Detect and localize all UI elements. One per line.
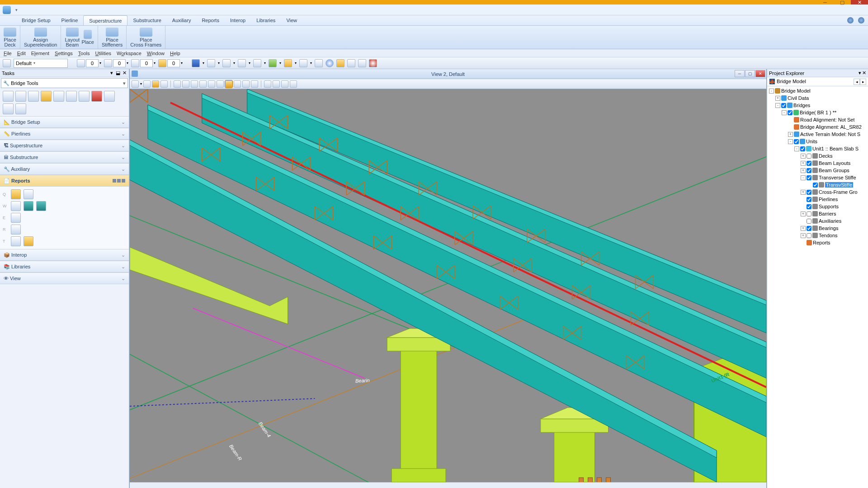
toolbar-none-icon[interactable] bbox=[3, 59, 11, 67]
vt-3[interactable] bbox=[152, 80, 159, 88]
tree-item[interactable]: -Bridge Model bbox=[767, 87, 868, 94]
vt-8[interactable] bbox=[234, 80, 241, 88]
report-tool-t2[interactable] bbox=[24, 236, 33, 246]
section-view[interactable]: 👁 View⌄ bbox=[0, 272, 129, 284]
tree-item[interactable]: -Units bbox=[767, 138, 868, 145]
vt-walk[interactable] bbox=[225, 80, 232, 88]
explorer-dropdown-icon[interactable]: ▾ bbox=[859, 70, 861, 76]
tree-item[interactable]: -Bridges bbox=[767, 102, 868, 109]
tree-item[interactable]: -Bridge( BR 1 ) ** bbox=[767, 109, 868, 116]
report-tool-q1[interactable] bbox=[11, 189, 21, 199]
vt-zoomin[interactable] bbox=[182, 80, 189, 88]
section-reports[interactable]: 📄 Reports bbox=[0, 175, 129, 187]
ribbon-place-deck[interactable]: PlaceDeck bbox=[0, 26, 20, 49]
tool-4[interactable] bbox=[41, 91, 52, 102]
tree-item[interactable]: Pierlines bbox=[767, 196, 868, 203]
tree-item[interactable]: +Tendons bbox=[767, 232, 868, 239]
menu-settings[interactable]: Settings bbox=[55, 51, 73, 56]
window-minimize-button[interactable]: ─ bbox=[816, 0, 834, 5]
section-auxiliary[interactable]: 🔧 Auxiliary⌄ bbox=[0, 163, 129, 175]
vt-window[interactable] bbox=[199, 80, 207, 88]
ribbon-layout-beam[interactable]: LayoutBeam Place bbox=[61, 26, 98, 49]
tree-item[interactable]: +Barriers bbox=[767, 210, 868, 217]
vt-13[interactable] bbox=[281, 80, 288, 88]
report-tool-q2[interactable] bbox=[24, 189, 33, 199]
tree-item[interactable]: +Beam Layouts bbox=[767, 160, 868, 167]
vt-pan[interactable] bbox=[217, 80, 224, 88]
explorer-nav-right[interactable]: ▸ bbox=[860, 79, 866, 85]
report-tool-w1[interactable] bbox=[11, 201, 21, 211]
vt-14[interactable] bbox=[290, 80, 297, 88]
tool-7[interactable] bbox=[79, 91, 90, 102]
vt-rotate[interactable] bbox=[208, 80, 215, 88]
report-tool-r1[interactable] bbox=[11, 225, 21, 235]
report-tool-e1[interactable] bbox=[11, 213, 21, 223]
tool-8[interactable] bbox=[91, 91, 102, 102]
window-maximize-button[interactable]: ▢ bbox=[834, 0, 851, 5]
section-substructure[interactable]: 🏛 Substructure⌄ bbox=[0, 151, 129, 163]
view-minimize-button[interactable]: ─ bbox=[735, 70, 745, 77]
window-close-button[interactable]: ✕ bbox=[851, 0, 868, 5]
vt-11[interactable] bbox=[264, 80, 271, 88]
menu-file[interactable]: File bbox=[4, 51, 12, 56]
section-interop[interactable]: 📦 Interop⌄ bbox=[0, 249, 129, 261]
toolbar-info-icon[interactable] bbox=[326, 59, 334, 67]
ribbon-assign-superelevation[interactable]: AssignSuperelevation bbox=[20, 26, 61, 49]
tab-substructure[interactable]: Substructure bbox=[127, 15, 166, 25]
menu-help[interactable]: Help bbox=[170, 51, 180, 56]
toolbar-cancel-icon[interactable] bbox=[369, 59, 377, 67]
tab-bridge-setup[interactable]: Bridge Setup bbox=[16, 15, 56, 25]
tree-item[interactable]: TransvStiffe bbox=[767, 181, 868, 188]
tool-6[interactable] bbox=[66, 91, 77, 102]
toolbar-icon-i[interactable] bbox=[315, 59, 323, 67]
view-close-button[interactable]: ✕ bbox=[755, 70, 765, 77]
explorer-close-icon[interactable]: ✕ bbox=[862, 70, 866, 76]
app-icon[interactable] bbox=[3, 6, 11, 14]
toolbar-level-combo[interactable]: Default bbox=[14, 59, 68, 68]
vt-2[interactable] bbox=[143, 80, 151, 88]
help-icon[interactable] bbox=[858, 17, 864, 23]
section-libraries[interactable]: 📚 Libraries⌄ bbox=[0, 261, 129, 272]
vt-display[interactable] bbox=[132, 80, 139, 88]
vt-10[interactable] bbox=[251, 80, 258, 88]
tasks-toolbox-combo[interactable]: 🔧 Bridge Tools bbox=[1, 78, 128, 88]
toolbar-icon-g[interactable] bbox=[284, 59, 292, 67]
tab-interop[interactable]: Interop bbox=[225, 15, 251, 25]
menu-edit[interactable]: Edit bbox=[17, 51, 26, 56]
ribbon-place-cross-frames[interactable]: PlaceCross Frames bbox=[127, 26, 165, 49]
viewport-scrollbar-h[interactable] bbox=[130, 482, 766, 488]
section-superstructure[interactable]: 🏗 Superstructure⌄ bbox=[0, 140, 129, 151]
menu-window[interactable]: Window bbox=[147, 51, 165, 56]
view-maximize-button[interactable]: ▢ bbox=[745, 70, 755, 77]
tool-pointer[interactable] bbox=[3, 91, 14, 102]
tab-auxiliary[interactable]: Auxiliary bbox=[167, 15, 197, 25]
toolbar-icon-d[interactable] bbox=[238, 59, 246, 67]
viewport-3d[interactable]: Bearin Beam-4 Beam-R Unit1 (R bbox=[130, 89, 766, 482]
vt-4[interactable] bbox=[160, 80, 168, 88]
tree-item[interactable]: Auxiliaries bbox=[767, 217, 868, 225]
tree-item[interactable]: Bridge Alignment: AL_SR82 bbox=[767, 123, 868, 131]
tree-item[interactable]: Supports bbox=[767, 203, 868, 210]
toolbar-icon-e[interactable] bbox=[253, 59, 261, 67]
section-bridge-setup[interactable]: 📐 Bridge Setup⌄ bbox=[0, 116, 129, 128]
vt-fit[interactable] bbox=[174, 80, 181, 88]
toolbar-style-spin[interactable]: ▾ bbox=[104, 59, 128, 67]
toolbar-icon-c[interactable] bbox=[222, 59, 231, 67]
toolbar-weight-spin[interactable]: ▾ bbox=[131, 59, 156, 67]
toolbar-icon-a[interactable] bbox=[192, 59, 200, 67]
ribbon-place-stiffeners[interactable]: PlaceStiffeners bbox=[98, 26, 127, 49]
tab-view[interactable]: View bbox=[281, 15, 302, 25]
report-tool-w3[interactable] bbox=[36, 201, 46, 211]
tool-9[interactable] bbox=[104, 91, 115, 102]
tasks-dropdown-icon[interactable]: ▾ bbox=[109, 70, 114, 76]
explorer-nav-left[interactable]: ◂ bbox=[854, 79, 860, 85]
tool-10[interactable] bbox=[3, 103, 14, 114]
tree-item[interactable]: +Cross-Frame Gro bbox=[767, 188, 868, 196]
toolbar-icon-h[interactable] bbox=[299, 59, 307, 67]
toolbar-icon-l[interactable] bbox=[358, 59, 366, 67]
section-pierlines[interactable]: 📏 Pierlines⌄ bbox=[0, 128, 129, 140]
menu-workspace[interactable]: Workspace bbox=[117, 51, 142, 56]
tree-item[interactable]: +Decks bbox=[767, 152, 868, 160]
report-tool-w2[interactable] bbox=[24, 201, 33, 211]
tab-libraries[interactable]: Libraries bbox=[251, 15, 281, 25]
